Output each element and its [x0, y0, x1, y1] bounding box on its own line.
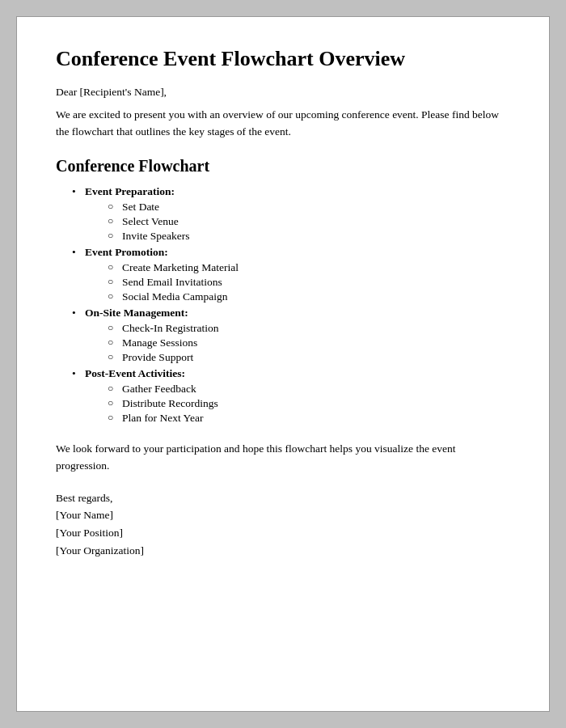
list-item: Create Marketing Material [108, 261, 510, 274]
list-item-onsite: On-Site Management: Check-In Registratio… [72, 307, 510, 364]
list-item: Send Email Invitations [108, 276, 510, 289]
list-item-postevent: Post-Event Activities: Gather Feedback D… [72, 367, 510, 425]
list-item: Check-In Registration [108, 322, 510, 335]
signature-block: Best regards, [Your Name] [Your Position… [56, 489, 510, 559]
signature-line-2: [Your Name] [56, 509, 113, 521]
sub-list-postevent: Gather Feedback Distribute Recordings Pl… [108, 383, 510, 425]
list-item: Distribute Recordings [108, 397, 510, 410]
list-item: Social Media Campaign [108, 290, 510, 303]
section-label-onsite: On-Site Management: [85, 307, 188, 319]
list-item-promotion: Event Promotion: Create Marketing Materi… [72, 246, 510, 303]
closing-paragraph: We look forward to your participation an… [56, 441, 510, 475]
list-item-preparation: Event Preparation: Set Date Select Venue… [72, 185, 510, 243]
flowchart-list: Event Preparation: Set Date Select Venue… [72, 185, 510, 425]
list-item: Plan for Next Year [108, 412, 510, 425]
signature-line-1: Best regards, [56, 492, 112, 504]
signature-line-3: [Your Position] [56, 527, 123, 539]
list-item: Set Date [108, 201, 510, 214]
section-label-postevent: Post-Event Activities: [85, 367, 185, 379]
list-item: Manage Sessions [108, 336, 510, 349]
section-label-promotion: Event Promotion: [85, 246, 168, 258]
list-item: Provide Support [108, 351, 510, 364]
sub-list-promotion: Create Marketing Material Send Email Inv… [108, 261, 510, 303]
flowchart-heading: Conference Flowchart [56, 157, 510, 176]
sub-list-preparation: Set Date Select Venue Invite Speakers [108, 201, 510, 243]
list-item: Invite Speakers [108, 230, 510, 243]
sub-list-onsite: Check-In Registration Manage Sessions Pr… [108, 322, 510, 364]
document-container: Conference Event Flowchart Overview Dear… [16, 16, 550, 712]
salutation: Dear [Recipient's Name], [56, 86, 510, 99]
section-label-preparation: Event Preparation: [85, 185, 175, 197]
list-item: Select Venue [108, 215, 510, 228]
intro-paragraph: We are excited to present you with an ov… [56, 107, 510, 141]
list-item: Gather Feedback [108, 383, 510, 396]
page-title: Conference Event Flowchart Overview [56, 46, 510, 71]
signature-line-4: [Your Organization] [56, 544, 144, 557]
